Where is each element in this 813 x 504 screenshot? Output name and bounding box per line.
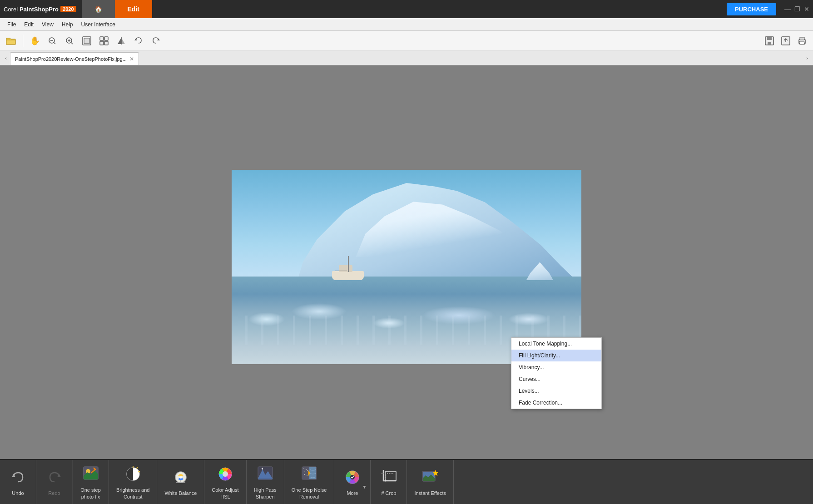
app-logo: Corel PaintShopPro 2020: [4, 6, 76, 13]
more-icon: [342, 467, 362, 487]
tab-close-button[interactable]: ✕: [129, 56, 134, 62]
logo-version: 2020: [60, 6, 76, 12]
svg-point-36: [179, 476, 182, 479]
boat-object: [330, 260, 366, 280]
more-label: More: [347, 490, 358, 496]
menu-file[interactable]: File: [4, 20, 20, 29]
menu-user-interface[interactable]: User Interface: [78, 20, 119, 29]
maximize-button[interactable]: ❐: [794, 5, 800, 13]
svg-marker-13: [118, 38, 121, 44]
purchase-button[interactable]: PURCHASE: [727, 3, 776, 15]
more-tool[interactable]: More ▼: [334, 460, 371, 504]
fit-window-tool[interactable]: [79, 34, 94, 48]
svg-rect-10: [104, 37, 108, 40]
dropdown-item-curves[interactable]: Curves...: [511, 373, 601, 385]
brightness-contrast-icon: [123, 464, 143, 484]
svg-point-30: [94, 468, 95, 469]
one-step-photo-fix-icon: [81, 464, 101, 484]
svg-rect-11: [100, 41, 104, 45]
svg-rect-8: [84, 38, 89, 44]
dropdown-item-fade-correction[interactable]: Fade Correction...: [511, 397, 601, 409]
svg-line-33: [136, 467, 138, 469]
zoom-out-tool[interactable]: [45, 34, 59, 48]
one-step-noise-removal-icon: [299, 464, 319, 484]
menu-view[interactable]: View: [38, 20, 57, 29]
one-step-noise-removal-tool[interactable]: One Step NoiseRemoval: [284, 460, 335, 504]
brightness-contrast-label: Brightness andContrast: [116, 487, 149, 500]
high-pass-sharpen-icon: [255, 464, 275, 484]
svg-point-25: [799, 41, 800, 42]
tab-bar: ‹ PaintShopPro2020Review-OneStepPhotoFix…: [0, 51, 813, 65]
dropdown-item-levels[interactable]: Levels...: [511, 385, 601, 397]
svg-rect-19: [767, 37, 772, 40]
undo-icon: [8, 467, 28, 487]
svg-rect-48: [306, 469, 307, 470]
svg-point-41: [223, 471, 228, 477]
print-button[interactable]: [795, 34, 809, 48]
svg-rect-52: [307, 475, 307, 476]
menu-help[interactable]: Help: [58, 20, 77, 29]
undo-tool[interactable]: [131, 34, 146, 48]
open-folder-button[interactable]: [4, 34, 18, 48]
brightness-contrast-tool[interactable]: Brightness andContrast: [109, 460, 157, 504]
export-button[interactable]: [778, 34, 793, 48]
high-pass-sharpen-label: High PassSharpen: [254, 487, 277, 500]
color-adjust-hsl-icon: [215, 464, 235, 484]
tab-nav-right[interactable]: ›: [803, 51, 811, 65]
one-step-photo-fix-tool[interactable]: One stepphoto fix: [73, 460, 109, 504]
dropdown-item-vibrancy[interactable]: Vibrancy...: [511, 361, 601, 373]
crop-tool[interactable]: # Crop: [371, 460, 407, 504]
dropdown-item-local-tone-mapping[interactable]: Local Tone Mapping...: [511, 338, 601, 350]
redo-bottom-tool[interactable]: Redo: [36, 460, 73, 504]
svg-line-1: [54, 42, 55, 44]
high-pass-sharpen-tool[interactable]: High PassSharpen: [247, 460, 284, 504]
svg-marker-14: [121, 38, 125, 44]
close-button[interactable]: ✕: [804, 5, 809, 13]
svg-rect-50: [307, 470, 308, 471]
nav-tabs: 🏠 Edit: [82, 0, 152, 18]
svg-marker-16: [134, 39, 137, 40]
undo-bottom-tool[interactable]: Undo: [0, 460, 36, 504]
undo-label: Undo: [12, 490, 24, 496]
instant-effects-label: Instant Effects: [414, 490, 446, 496]
logo-psp: PaintShopPro: [20, 6, 59, 13]
edit-tab[interactable]: Edit: [115, 0, 152, 18]
tab-nav-left[interactable]: ‹: [2, 51, 10, 65]
zoom-in-tool[interactable]: [62, 34, 77, 48]
flip-h-tool[interactable]: [114, 34, 129, 48]
menu-edit[interactable]: Edit: [20, 20, 37, 29]
redo-tool[interactable]: [149, 34, 163, 48]
photo-image: [232, 170, 581, 364]
svg-rect-24: [800, 42, 804, 44]
redo-icon: [45, 467, 64, 487]
tab-label: PaintShopPro2020Review-OneStepPhotoFix.j…: [15, 56, 127, 62]
pan-tool[interactable]: ✋: [28, 34, 42, 48]
svg-rect-23: [800, 37, 804, 40]
save-button[interactable]: [762, 34, 777, 48]
right-toolbar-icons: [762, 34, 809, 48]
home-tab[interactable]: 🏠: [82, 0, 115, 18]
svg-rect-12: [104, 41, 108, 45]
svg-marker-17: [157, 39, 160, 40]
white-balance-tool[interactable]: White Balance: [157, 460, 204, 504]
white-balance-label: White Balance: [164, 490, 197, 496]
title-bar: Corel PaintShopPro 2020 🏠 Edit PURCHASE …: [0, 0, 813, 18]
canvas-area: Local Tone Mapping... Fill Light/Clarity…: [0, 65, 813, 459]
instant-effects-icon: [420, 467, 440, 487]
fit-all-tool[interactable]: [97, 34, 111, 48]
file-tab[interactable]: PaintShopPro2020Review-OneStepPhotoFix.j…: [10, 52, 139, 65]
svg-rect-47: [303, 468, 304, 469]
instant-effects-tool[interactable]: Instant Effects: [407, 460, 454, 504]
one-step-photo-fix-label: One stepphoto fix: [80, 487, 101, 500]
color-adjust-hsl-tool[interactable]: Color AdjustHSL: [204, 460, 246, 504]
one-step-noise-removal-label: One Step NoiseRemoval: [292, 487, 327, 500]
svg-rect-60: [385, 472, 396, 481]
minimize-button[interactable]: —: [784, 5, 791, 13]
white-balance-icon: [171, 467, 191, 487]
crop-icon: [379, 467, 399, 487]
dropdown-item-fill-light[interactable]: Fill Light/Clarity...: [511, 350, 601, 361]
more-dropdown-arrow: ▼: [362, 484, 367, 489]
crop-label: # Crop: [381, 490, 396, 496]
more-dropdown-menu: Local Tone Mapping... Fill Light/Clarity…: [511, 337, 602, 409]
photo-container: [232, 170, 581, 364]
